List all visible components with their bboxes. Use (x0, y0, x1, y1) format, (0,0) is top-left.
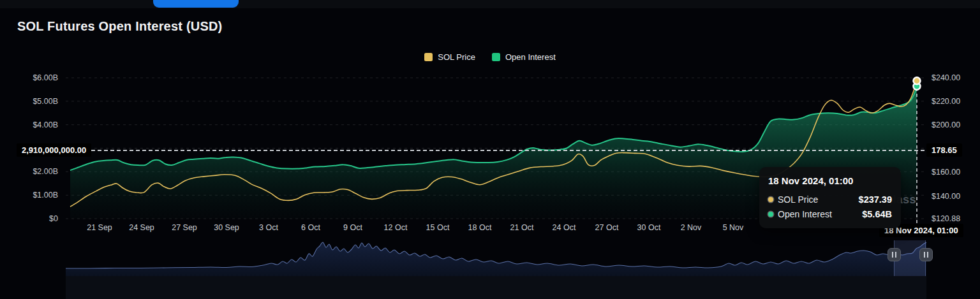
navigator-left-handle[interactable] (887, 248, 901, 261)
x-axis-tick: 30 Oct (637, 223, 661, 232)
x-axis-tick: 15 Oct (426, 223, 450, 232)
left-axis-tick: $4.00B (33, 120, 58, 129)
tooltip: 18 Nov 2024, 01:00 SOL Price$237.39Open … (759, 167, 901, 228)
x-axis-tick: 12 Oct (384, 223, 408, 232)
right-axis-tick: $160.00 (932, 168, 960, 177)
x-axis-tick: 9 Oct (343, 223, 362, 232)
right-axis-tick: $240.00 (932, 73, 960, 82)
tooltip-series-value: $5.64B (862, 209, 892, 219)
right-axis-tick: $120.88 (932, 214, 960, 223)
sol-price-marker (914, 77, 921, 84)
x-axis-tick: 18 Oct (468, 223, 492, 232)
navigator-area[interactable] (66, 242, 926, 276)
right-axis-tick: $220.00 (932, 97, 960, 106)
x-axis-tick: 30 Sep (214, 223, 239, 232)
tooltip-row: SOL Price$237.39 (768, 192, 892, 207)
tooltip-date: 18 Nov 2024, 01:00 (768, 175, 892, 186)
series-dot-icon (768, 212, 773, 217)
x-axis-tick: 24 Sep (129, 223, 154, 232)
chart-panel: SOL Futures Open Interest (USD) SOL Pric… (0, 0, 980, 299)
left-axis-tick: $0 (49, 214, 58, 223)
series-dot-icon (768, 197, 773, 202)
left-axis-tick: $2.00B (33, 167, 58, 176)
left-axis-tick: $1.00B (33, 191, 58, 200)
x-axis-tick: 6 Oct (301, 223, 320, 232)
x-axis-tick: 21 Oct (510, 223, 534, 232)
x-axis-tick: 27 Sep (172, 223, 197, 232)
bottom-panel (66, 276, 926, 299)
tooltip-series-label: Open Interest (778, 209, 858, 219)
left-axis-tick: $5.00B (33, 97, 58, 106)
crosshair-price-label: 178.65 (926, 143, 962, 157)
x-axis-tick: 27 Oct (595, 223, 619, 232)
navigator-right-handle[interactable] (919, 248, 933, 261)
tooltip-series-label: SOL Price (778, 194, 854, 205)
x-axis-tick: 5 Nov (723, 223, 744, 232)
crosshair-oi-label: 2,910,000,000.00 (17, 143, 91, 157)
x-axis-tick: 21 Sep (87, 223, 112, 232)
right-axis-tick: $200.00 (932, 120, 960, 129)
price-oi-chart[interactable] (0, 0, 980, 299)
x-axis-tick: 2 Nov (681, 223, 702, 232)
tooltip-series-value: $237.39 (859, 194, 892, 205)
x-axis-tick: 3 Oct (259, 223, 278, 232)
x-axis-tick: 24 Oct (553, 223, 576, 232)
left-axis-tick: $6.00B (33, 73, 58, 82)
right-axis-tick: $140.00 (932, 192, 960, 201)
tooltip-row: Open Interest$5.64B (768, 207, 892, 221)
